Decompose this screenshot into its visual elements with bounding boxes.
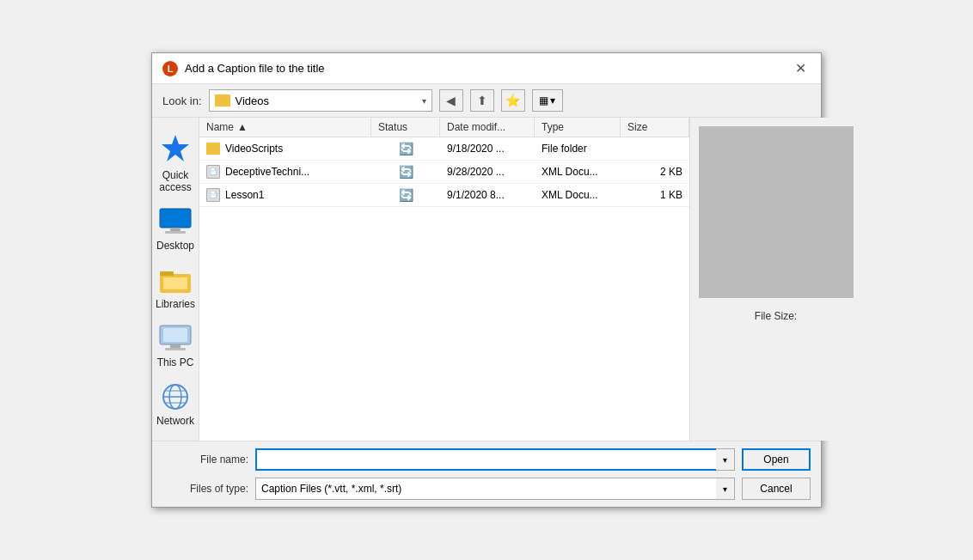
file-name-label: File name: <box>162 453 248 466</box>
preview-image <box>699 126 854 298</box>
files-of-type-wrapper: Caption Files (*.vtt, *.xml, *.srt) ▾ <box>255 478 735 500</box>
recent-locations-button[interactable]: ⭐ <box>501 89 525 112</box>
sort-icon: ▲ <box>237 121 248 133</box>
main-content: Quick access Desktop Libraries <box>152 118 821 441</box>
files-of-type-label: Files of type: <box>162 483 248 495</box>
back-button[interactable]: ◀ <box>439 89 463 112</box>
close-button[interactable]: ✕ <box>790 58 811 79</box>
xml-icon: 📄 <box>206 188 220 202</box>
file-name-input[interactable] <box>255 448 716 471</box>
col-header-status[interactable]: Status <box>371 118 440 137</box>
files-of-type-dropdown[interactable]: Caption Files (*.vtt, *.xml, *.srt) <box>255 478 716 500</box>
sync-icon: 🔄 <box>371 163 440 180</box>
libraries-icon <box>158 265 193 295</box>
svg-rect-3 <box>165 231 186 234</box>
file-size <box>621 147 689 150</box>
svg-rect-1 <box>160 209 191 228</box>
sidebar-item-label: This PC <box>157 356 194 368</box>
col-header-date[interactable]: Date modif... <box>440 118 535 137</box>
sidebar: Quick access Desktop Libraries <box>152 118 199 441</box>
file-size-label: File Size: <box>751 307 800 326</box>
svg-rect-5 <box>160 271 174 276</box>
sidebar-item-label: Desktop <box>156 240 194 252</box>
up-button[interactable]: ⬆ <box>470 89 494 112</box>
sidebar-item-this-pc[interactable]: This PC <box>152 317 199 375</box>
desktop-icon <box>158 207 193 236</box>
file-type: File folder <box>535 141 621 156</box>
dropdown-arrow-icon: ▾ <box>550 94 555 107</box>
svg-rect-10 <box>165 348 186 350</box>
title-bar-left: L Add a Caption file to the title <box>162 61 325 76</box>
sync-icon: 🔄 <box>371 186 440 204</box>
date-modified: 9/18/2020 ... <box>440 141 535 156</box>
app-icon: L <box>162 61 178 76</box>
star-icon <box>158 131 193 166</box>
look-in-label: Look in: <box>162 94 202 107</box>
sidebar-item-label: Quick access <box>156 169 195 193</box>
file-list-body: VideoScripts 🔄 9/18/2020 ... File folder… <box>199 137 689 441</box>
file-size: 2 KB <box>621 164 689 180</box>
svg-rect-9 <box>170 344 181 348</box>
file-type: XML Docu... <box>535 187 621 203</box>
file-panel: Name ▲ Status Date modif... Type Size <box>199 118 689 441</box>
toolbar: Look in: Videos ▾ ◀ ⬆ ⭐ ▦ ▾ <box>152 84 821 118</box>
files-of-type-row: Files of type: Caption Files (*.vtt, *.x… <box>162 478 811 500</box>
col-header-name[interactable]: Name ▲ <box>199 118 371 137</box>
table-row[interactable]: 📄 DeceptiveTechni... 🔄 9/28/2020 ... XML… <box>199 161 689 184</box>
title-bar: L Add a Caption file to the title ✕ <box>152 53 821 84</box>
network-icon <box>158 382 193 411</box>
svg-rect-2 <box>170 228 181 231</box>
current-folder-text: Videos <box>236 94 417 107</box>
view-options-button[interactable]: ▦ ▾ <box>532 89 563 112</box>
sidebar-item-network[interactable]: Network <box>152 375 199 434</box>
files-of-type-dropdown-arrow[interactable]: ▾ <box>716 478 735 500</box>
preview-panel: File Size: <box>689 118 861 441</box>
chevron-down-icon: ▾ <box>422 96 426 106</box>
file-name: DeceptiveTechni... <box>225 166 309 178</box>
sidebar-item-libraries[interactable]: Libraries <box>152 259 199 317</box>
folder-icon-small <box>215 94 230 107</box>
svg-rect-6 <box>163 277 187 289</box>
sync-icon: 🔄 <box>371 140 440 157</box>
bottom-bar: File name: ▾ Open Files of type: Caption… <box>152 441 821 507</box>
sidebar-item-desktop[interactable]: Desktop <box>152 200 199 259</box>
svg-rect-8 <box>163 328 187 342</box>
sidebar-item-label: Network <box>156 415 194 427</box>
svg-marker-0 <box>162 135 189 161</box>
date-modified: 9/1/2020 8... <box>440 187 535 203</box>
file-list-header: Name ▲ Status Date modif... Type Size <box>199 118 689 137</box>
xml-icon: 📄 <box>206 165 220 179</box>
open-button[interactable]: Open <box>742 448 811 471</box>
file-name-dropdown-arrow[interactable]: ▾ <box>716 448 735 471</box>
file-name: VideoScripts <box>225 143 283 155</box>
dialog: L Add a Caption file to the title ✕ Look… <box>151 52 822 508</box>
table-row[interactable]: VideoScripts 🔄 9/18/2020 ... File folder <box>199 137 689 161</box>
file-name-input-wrapper: ▾ <box>255 448 735 471</box>
file-type: XML Docu... <box>535 164 621 180</box>
table-row[interactable]: 📄 Lesson1 🔄 9/1/2020 8... XML Docu... 1 … <box>199 184 689 207</box>
file-name-row: File name: ▾ Open <box>162 448 811 471</box>
col-header-type[interactable]: Type <box>535 118 621 137</box>
file-size: 1 KB <box>621 187 689 203</box>
date-modified: 9/28/2020 ... <box>440 164 535 180</box>
computer-icon <box>158 324 193 353</box>
file-name: Lesson1 <box>225 189 264 201</box>
folder-icon <box>206 143 220 155</box>
sidebar-item-quick-access[interactable]: Quick access <box>152 125 199 200</box>
col-header-size[interactable]: Size <box>621 118 689 137</box>
cancel-button[interactable]: Cancel <box>742 478 811 500</box>
dialog-title: Add a Caption file to the title <box>185 62 325 75</box>
sidebar-item-label: Libraries <box>156 298 195 310</box>
look-in-dropdown[interactable]: Videos ▾ <box>209 89 432 112</box>
grid-icon: ▦ <box>539 94 548 107</box>
